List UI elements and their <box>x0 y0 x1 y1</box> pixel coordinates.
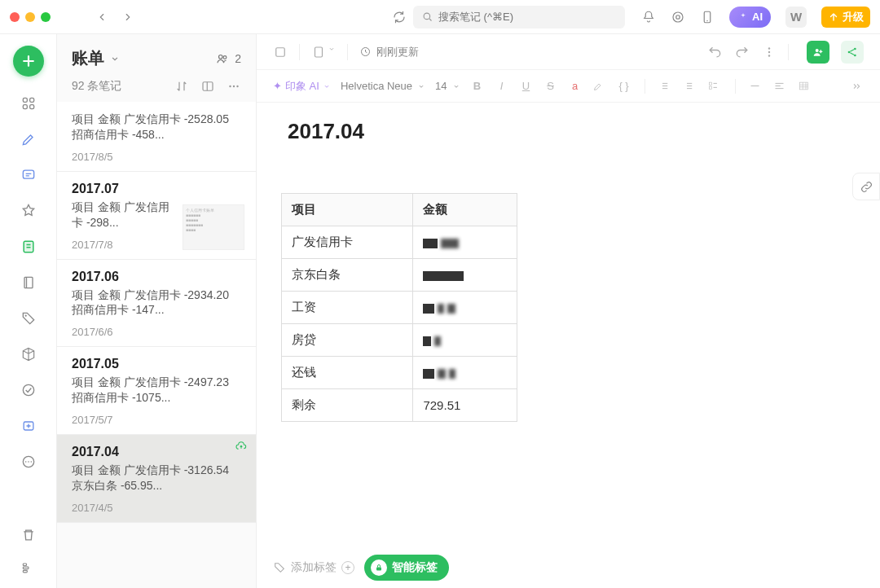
svg-rect-10 <box>24 241 33 252</box>
chevron-down-icon <box>109 53 121 64</box>
add-people-button[interactable] <box>807 41 829 64</box>
share-button[interactable] <box>841 41 864 64</box>
nav-forward-button[interactable] <box>122 11 134 23</box>
th-item: 项目 <box>282 194 413 226</box>
cloud-sync-icon <box>235 440 248 453</box>
smart-tag-button[interactable]: 智能标签 <box>364 555 449 581</box>
note-list-item[interactable]: 2017.05项目 金额 广发信用卡 -2497.23 招商信用卡 -1075.… <box>57 347 256 435</box>
code-button[interactable]: { } <box>617 80 631 92</box>
svg-point-14 <box>23 384 33 395</box>
note-item-preview: 项目 金额 广发信用卡 -3126.54 京东白条 -65.95... <box>72 463 241 494</box>
svg-rect-25 <box>203 82 213 91</box>
svg-point-36 <box>848 50 851 53</box>
list-ul-button[interactable] <box>658 80 673 92</box>
upgrade-button[interactable]: 升级 <box>821 7 870 28</box>
svg-point-35 <box>816 49 819 52</box>
table-row[interactable]: 剩余729.51 <box>282 389 517 422</box>
table-row[interactable]: 房贷 <box>282 324 517 357</box>
plus-icon: + <box>341 561 354 574</box>
star-icon[interactable] <box>20 202 37 220</box>
close-window-button[interactable] <box>10 12 20 22</box>
editor-more-button[interactable] <box>762 45 777 59</box>
zoom-window-button[interactable] <box>41 12 51 22</box>
cube-icon[interactable] <box>20 345 37 363</box>
svg-point-26 <box>229 86 231 87</box>
link-fab-button[interactable] <box>852 173 880 200</box>
book-icon[interactable] <box>20 274 37 292</box>
note-item-preview: 项目 金额 广发信用卡 -2934.20 招商信用卡 -147... <box>72 287 241 318</box>
svg-point-23 <box>219 55 223 59</box>
trash-icon[interactable] <box>20 526 37 544</box>
settings-icon[interactable] <box>20 559 37 577</box>
grid-icon[interactable] <box>20 94 37 112</box>
note-count: 92 条笔记 <box>72 79 121 94</box>
table-button[interactable] <box>798 80 812 92</box>
note-mode-icon[interactable] <box>311 45 336 59</box>
svg-rect-9 <box>23 170 33 178</box>
note-list-item[interactable]: 项目 金额 广发信用卡 -2528.05 招商信用卡 -458...2017/8… <box>57 102 256 172</box>
list-more-button[interactable] <box>227 79 241 94</box>
w-badge[interactable]: W <box>785 7 807 28</box>
layout-button[interactable] <box>200 79 215 94</box>
add-tag-button[interactable]: 添加标签 + <box>273 560 354 575</box>
document-title[interactable]: 2017.04 <box>281 119 856 144</box>
ai-chat-icon[interactable] <box>20 166 37 184</box>
svg-point-4 <box>706 20 708 21</box>
svg-point-32 <box>768 47 770 49</box>
target-icon[interactable] <box>671 10 685 24</box>
underline-button[interactable]: U <box>519 80 534 92</box>
data-table[interactable]: 项目 金额 广发信用卡京东白条工资房贷还钱剩余729.51 <box>281 193 517 422</box>
table-row[interactable]: 还钱 <box>282 357 517 389</box>
undo-button[interactable] <box>706 44 723 60</box>
note-list-item[interactable]: 2017.06项目 金额 广发信用卡 -2934.20 招商信用卡 -147..… <box>57 260 256 348</box>
color-button[interactable]: a <box>568 80 583 92</box>
note-list-item[interactable]: 2017.07项目 金额 广发信用卡 -298...个人信用卡账单■■■■■■■… <box>57 172 256 260</box>
svg-point-19 <box>30 461 32 463</box>
collect-icon[interactable] <box>20 417 37 435</box>
sort-button[interactable] <box>174 79 189 94</box>
notes-icon[interactable] <box>20 238 37 256</box>
svg-point-28 <box>236 86 238 87</box>
editor: 刚刚更新 ✦ 印象 AI Helvetica Neue 14 B I <box>257 34 880 588</box>
clock-icon <box>359 46 372 58</box>
svg-rect-20 <box>23 564 26 566</box>
check-circle-icon[interactable] <box>20 381 37 399</box>
sparkle-icon <box>737 11 749 23</box>
expand-icon[interactable] <box>273 45 288 59</box>
align-button[interactable] <box>773 80 788 92</box>
highlight-button[interactable] <box>592 80 607 92</box>
bell-icon[interactable] <box>641 10 656 24</box>
italic-button[interactable]: I <box>495 80 509 92</box>
list-ol-button[interactable] <box>683 80 697 92</box>
svg-point-1 <box>673 12 683 22</box>
note-item-preview: 项目 金额 广发信用卡 -2528.05 招商信用卡 -458... <box>72 112 241 143</box>
nav-back-button[interactable] <box>96 11 108 23</box>
format-ai-button[interactable]: ✦ 印象 AI <box>273 79 331 94</box>
cell-amount <box>413 226 517 259</box>
ai-button[interactable]: AI <box>729 7 771 28</box>
note-list-item[interactable]: 2017.04项目 金额 广发信用卡 -3126.54 京东白条 -65.95.… <box>57 435 256 523</box>
svg-point-37 <box>854 47 856 50</box>
search-input[interactable] <box>413 6 625 29</box>
ai-pencil-icon[interactable] <box>20 130 37 148</box>
checklist-button[interactable] <box>707 80 722 92</box>
window-controls <box>10 12 51 22</box>
search-field[interactable] <box>438 11 617 23</box>
format-more-button[interactable] <box>849 80 864 93</box>
hr-button[interactable] <box>749 80 763 92</box>
tag-icon[interactable] <box>20 309 37 327</box>
minimize-window-button[interactable] <box>25 12 35 22</box>
table-row[interactable]: 工资 <box>282 292 517 324</box>
bold-button[interactable]: B <box>470 80 485 92</box>
font-select[interactable]: Helvetica Neue <box>341 80 425 92</box>
notebook-title[interactable]: 账单 <box>72 47 121 69</box>
strike-button[interactable]: S <box>543 80 558 92</box>
sync-icon[interactable] <box>392 10 407 24</box>
redo-button[interactable] <box>734 44 750 60</box>
more-icon[interactable] <box>20 453 37 471</box>
phone-icon[interactable] <box>700 10 715 24</box>
new-note-button[interactable] <box>13 46 44 77</box>
table-row[interactable]: 京东白条 <box>282 259 517 292</box>
size-select[interactable]: 14 <box>435 80 460 92</box>
table-row[interactable]: 广发信用卡 <box>282 226 517 259</box>
